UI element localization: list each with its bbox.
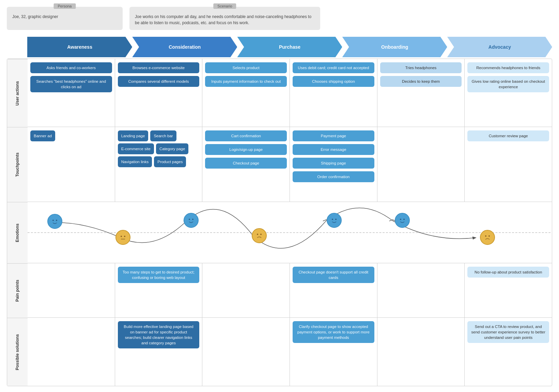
sol-onboarding2-cell <box>377 318 465 386</box>
scenario-label: Scenario <box>213 3 236 9</box>
persona-label: Persona <box>54 3 76 9</box>
stage-purchase: Purchase <box>237 37 342 57</box>
svg-point-17 <box>398 216 407 225</box>
pp-purchase-cell <box>202 263 290 317</box>
stage-advocacy: Advocacy <box>447 37 552 57</box>
svg-point-19 <box>403 219 405 220</box>
emotion-face-1 <box>47 214 62 229</box>
ua-card: Chooses shipping option <box>293 76 374 87</box>
tp-card: Category page <box>156 143 188 154</box>
sol-awareness-cell <box>28 318 115 386</box>
tp-card: Login/sign-up page <box>205 144 287 155</box>
header-section: Persona Joe, 32, graphic designer Scenar… <box>7 7 552 30</box>
emotion-face-6 <box>395 213 410 228</box>
tp-card: Shipping page <box>293 158 374 169</box>
svg-point-13 <box>260 234 262 235</box>
emotion-face-4 <box>252 228 267 243</box>
pp-card: No follow-up about product satisfaction <box>467 267 549 278</box>
ua-onboarding1-cell: Uses debit card; credit card not accepte… <box>290 59 377 127</box>
emotion-face-2 <box>115 230 130 245</box>
row-labels: User actions Touchpoints Emotions Pain p… <box>7 59 28 386</box>
emotion-face-7 <box>480 230 495 245</box>
svg-point-3 <box>56 220 57 221</box>
stages-row: Awareness Consideration Purchase Onboard… <box>7 37 552 57</box>
svg-point-5 <box>121 236 122 237</box>
persona-box: Persona Joe, 32, graphic designer <box>7 7 123 30</box>
page-container: Persona Joe, 32, graphic designer Scenar… <box>0 0 559 392</box>
ua-purchase-cell: Selects product Inputs payment informati… <box>202 59 290 127</box>
tp-card: Search bar <box>150 130 176 141</box>
emotion-face-3 <box>184 213 199 228</box>
svg-point-21 <box>485 235 486 237</box>
ua-card: Searches "best headphones" online and cl… <box>30 76 112 92</box>
tp-card: Payment page <box>293 130 374 141</box>
tp-card: Navigation links <box>118 156 152 167</box>
pp-consideration-cell: Too many steps to get to desired product… <box>115 263 203 317</box>
ua-card: Recommends headphones to friends <box>467 62 549 73</box>
ua-card: Tries headphones <box>380 62 462 73</box>
stage-consideration: Consideration <box>132 37 237 57</box>
svg-point-11 <box>255 231 264 240</box>
ua-card: Inputs payment information to check out <box>205 76 287 87</box>
ua-card: Gives low rating online based on checkou… <box>467 76 549 92</box>
tp-purchase-cell: Cart confirmation Login/sign-up page Che… <box>202 127 290 202</box>
tp-awareness-cell: Banner ad <box>28 127 115 202</box>
ua-card: Asks friends and co-workers <box>30 62 112 73</box>
sol-onboarding1-cell: Clarify checkout page to show accepted p… <box>290 318 377 386</box>
pp-card: Checkout page doesn't support all credit… <box>293 267 374 283</box>
svg-point-10 <box>192 219 193 220</box>
ua-card: Browses e-commerce website <box>118 62 200 73</box>
ua-onboarding2-cell: Tries headphones Decides to keep them <box>377 59 465 127</box>
svg-point-4 <box>119 233 127 242</box>
tp-card: Cart confirmation <box>205 130 287 141</box>
tp-card: Product pages <box>154 156 186 167</box>
scenario-content: Joe works on his computer all day, and h… <box>135 14 315 26</box>
svg-point-12 <box>257 234 258 235</box>
svg-point-14 <box>330 216 339 225</box>
tp-card: Checkout page <box>205 158 287 169</box>
tp-advocacy-cell: Customer review page <box>465 127 552 202</box>
pp-card: Too many steps to get to desired product… <box>118 267 200 283</box>
tp-card: Customer review page <box>467 130 549 141</box>
content-col: Asks friends and co-workers Searches "be… <box>28 59 552 386</box>
tp-consideration-cell: Landing page Search bar E-commerce site … <box>115 127 203 202</box>
tp-onboarding1-cell: Payment page Error message Shipping page… <box>290 127 377 202</box>
main-grid: User actions Touchpoints Emotions Pain p… <box>7 59 552 386</box>
sol-purchase-cell <box>202 318 290 386</box>
user-actions-row: Asks friends and co-workers Searches "be… <box>28 59 552 127</box>
pp-awareness-cell <box>28 263 115 317</box>
svg-point-2 <box>52 220 54 221</box>
pp-advocacy-cell: No follow-up about product satisfaction <box>465 263 552 317</box>
ua-card: Uses debit card; credit card not accepte… <box>293 62 374 73</box>
tp-card: Order confirmation <box>293 171 374 182</box>
pain-points-label: Pain points <box>7 263 28 318</box>
tp-cards-wrap: Landing page Search bar E-commerce site … <box>118 130 200 167</box>
emotions-svg <box>28 202 552 263</box>
svg-point-8 <box>187 216 196 225</box>
svg-point-1 <box>50 217 59 226</box>
svg-point-9 <box>189 219 190 220</box>
tp-card: Banner ad <box>30 130 55 141</box>
emotion-face-5 <box>327 213 342 228</box>
pp-onboarding2-cell <box>377 263 465 317</box>
tp-card: E-commerce site <box>118 143 154 154</box>
ua-awareness-cell: Asks friends and co-workers Searches "be… <box>28 59 115 127</box>
emotions-content <box>28 202 552 263</box>
sol-card: Clarify checkout page to show accepted p… <box>293 321 374 343</box>
tp-onboarding2-cell <box>377 127 465 202</box>
sol-card: Send out a CTA to review product, and se… <box>467 321 549 343</box>
ua-advocacy-cell: Recommends headphones to friends Gives l… <box>465 59 552 127</box>
stage-onboarding: Onboarding <box>342 37 447 57</box>
scenario-box: Scenario Joe works on his computer all d… <box>129 7 320 30</box>
pp-onboarding1-cell: Checkout page doesn't support all credit… <box>290 263 377 317</box>
solutions-row: Build more effective landing page based … <box>28 318 552 386</box>
tp-card: Error message <box>293 144 374 155</box>
sol-consideration-cell: Build more effective landing page based … <box>115 318 203 386</box>
stage-awareness: Awareness <box>27 37 132 57</box>
svg-point-16 <box>335 219 337 220</box>
svg-point-20 <box>483 233 492 242</box>
emotions-row <box>28 202 552 263</box>
svg-point-18 <box>400 219 401 220</box>
sol-advocacy-cell: Send out a CTA to review product, and se… <box>465 318 552 386</box>
svg-point-6 <box>124 236 125 237</box>
